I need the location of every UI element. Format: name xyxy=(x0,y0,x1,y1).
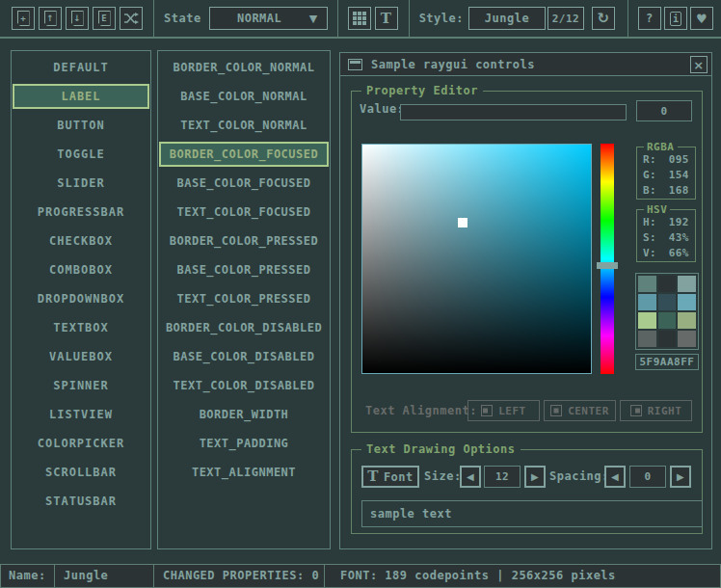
list-item-base_color_normal[interactable]: BASE_COLOR_NORMAL xyxy=(159,84,329,109)
color-swatch[interactable] xyxy=(678,331,696,347)
heart-icon: ♥ xyxy=(696,12,708,26)
statusbar-style-name: Jungle xyxy=(54,564,154,588)
align-left-button[interactable]: LEFT xyxy=(467,400,540,421)
list-item-progressbar[interactable]: PROGRESSBAR xyxy=(13,200,149,225)
align-button-label: CENTER xyxy=(568,405,609,417)
color-swatch[interactable] xyxy=(658,331,677,347)
list-item-statusbar[interactable]: STATUSBAR xyxy=(13,489,149,514)
spacing-decrease-button[interactable]: ◀ xyxy=(604,466,626,488)
font-viewer-button[interactable]: T xyxy=(375,7,398,30)
style-name-button[interactable]: Jungle xyxy=(468,7,546,30)
list-item-base_color_pressed[interactable]: BASE_COLOR_PRESSED xyxy=(159,257,329,282)
list-item-dropdownbox[interactable]: DROPDOWNBOX xyxy=(13,286,149,311)
style-counter: 2/12 xyxy=(547,7,584,30)
state-dropdown[interactable]: NORMAL ▼ xyxy=(209,7,328,30)
spacing-value-box[interactable]: 0 xyxy=(629,466,666,488)
property-editor-group: Property Editor Value: 0 RGBA R:095G:154… xyxy=(351,91,703,433)
value-label: H: xyxy=(643,215,656,230)
new-file-button[interactable]: + xyxy=(12,7,35,30)
color-swatch[interactable] xyxy=(638,312,656,329)
color-swatch[interactable] xyxy=(638,331,656,347)
list-item-listview[interactable]: LISTVIEW xyxy=(13,402,149,427)
saturation-value-panel[interactable] xyxy=(361,144,592,374)
reload-icon: ↻ xyxy=(597,10,609,27)
size-value-box[interactable]: 12 xyxy=(484,466,521,488)
sponsor-button[interactable]: ♥ xyxy=(690,7,713,30)
list-item-textbox[interactable]: TEXTBOX xyxy=(13,315,149,340)
color-swatch[interactable] xyxy=(678,312,696,329)
font-button[interactable]: T Font xyxy=(361,466,419,488)
close-button[interactable]: × xyxy=(690,56,708,73)
rgba-rows: R:095G:154B:168 xyxy=(637,152,695,199)
color-swatch[interactable] xyxy=(638,294,656,310)
sample-text-input[interactable]: sample text xyxy=(361,500,703,527)
toolbar-separator xyxy=(337,0,338,37)
font-button-label: Font xyxy=(384,470,414,484)
chevron-down-icon: ▼ xyxy=(309,13,318,25)
list-item-colorpicker[interactable]: COLORPICKER xyxy=(13,431,149,456)
list-item-text_color_normal[interactable]: TEXT_COLOR_NORMAL xyxy=(159,113,329,138)
spacing-increase-button[interactable]: ▶ xyxy=(670,466,691,488)
hue-slider-handle[interactable] xyxy=(597,262,618,269)
statusbar: Name: Jungle CHANGED PROPERTIES: 0 FONT:… xyxy=(0,564,721,588)
color-swatch[interactable] xyxy=(658,276,677,292)
list-item-toggle[interactable]: TOGGLE xyxy=(13,142,149,167)
list-item-button[interactable]: BUTTON xyxy=(13,113,149,138)
style-name-value: Jungle xyxy=(485,12,529,25)
window-titlebar[interactable]: Sample raygui controls × xyxy=(340,53,711,76)
list-item-scrollbar[interactable]: SCROLLBAR xyxy=(13,460,149,485)
reload-style-button[interactable]: ↻ xyxy=(592,7,615,30)
list-item-base_color_disabled[interactable]: BASE_COLOR_DISABLED xyxy=(159,344,329,369)
color-swatch[interactable] xyxy=(678,294,696,310)
window-title: Sample raygui controls xyxy=(371,58,535,71)
size-increase-button[interactable]: ▶ xyxy=(524,466,546,488)
open-file-button[interactable]: ↑ xyxy=(39,7,62,30)
style-counter-value: 2/12 xyxy=(552,13,580,25)
list-item-border_width[interactable]: BORDER_WIDTH xyxy=(159,402,329,427)
list-item-valuebox[interactable]: VALUEBOX xyxy=(13,344,149,369)
export-file-button[interactable]: E xyxy=(93,7,116,30)
color-cursor[interactable] xyxy=(458,218,467,227)
color-value-row: S:43% xyxy=(637,230,695,246)
list-item-border_color_normal[interactable]: BORDER_COLOR_NORMAL xyxy=(159,55,329,80)
list-item-spinner[interactable]: SPINNER xyxy=(13,373,149,398)
list-item-border_color_focused[interactable]: BORDER_COLOR_FOCUSED xyxy=(159,142,329,167)
list-item-slider[interactable]: SLIDER xyxy=(13,171,149,196)
list-item-text_padding[interactable]: TEXT_PADDING xyxy=(159,431,329,456)
list-item-combobox[interactable]: COMBOBOX xyxy=(13,257,149,282)
color-swatch[interactable] xyxy=(638,276,656,292)
list-item-border_color_disabled[interactable]: BORDER_COLOR_DISABLED xyxy=(159,315,329,340)
hsv-rows: H:192S:43%V:66% xyxy=(637,215,695,261)
list-item-text_color_focused[interactable]: TEXT_COLOR_FOCUSED xyxy=(159,200,329,225)
info-button[interactable]: i xyxy=(664,7,687,30)
value-count-box[interactable]: 0 xyxy=(636,100,692,121)
list-item-default[interactable]: DEFAULT xyxy=(13,55,149,80)
color-swatch[interactable] xyxy=(658,294,677,310)
list-item-border_color_pressed[interactable]: BORDER_COLOR_PRESSED xyxy=(159,228,329,254)
color-swatch[interactable] xyxy=(678,276,696,292)
list-item-text_color_pressed[interactable]: TEXT_COLOR_PRESSED xyxy=(159,286,329,311)
list-item-checkbox[interactable]: CHECKBOX xyxy=(13,228,149,254)
toolbar-separator xyxy=(153,0,154,37)
size-decrease-button[interactable]: ◀ xyxy=(460,466,481,488)
hex-color-value[interactable]: 5F9AA8FF xyxy=(635,354,699,370)
hue-bar[interactable] xyxy=(601,144,614,374)
align-right-icon xyxy=(630,405,642,416)
statusbar-changed-properties: CHANGED PROPERTIES: 0 xyxy=(153,564,325,588)
list-item-text_color_disabled[interactable]: TEXT_COLOR_DISABLED xyxy=(159,373,329,398)
align-center-icon xyxy=(550,405,562,416)
align-right-button[interactable]: RIGHT xyxy=(620,400,692,421)
list-item-text_alignment[interactable]: TEXT_ALIGNMENT xyxy=(159,460,329,485)
state-dropdown-value: NORMAL xyxy=(237,12,299,25)
color-swatch[interactable] xyxy=(658,312,677,329)
save-file-button[interactable]: ↓ xyxy=(66,7,89,30)
align-center-button[interactable]: CENTER xyxy=(544,400,616,421)
value-input[interactable] xyxy=(400,104,627,120)
value-text: 66% xyxy=(669,246,689,261)
list-item-base_color_focused[interactable]: BASE_COLOR_FOCUSED xyxy=(159,171,329,196)
help-button[interactable]: ? xyxy=(638,7,661,30)
style-table-button[interactable] xyxy=(348,7,371,30)
random-style-button[interactable] xyxy=(120,7,143,30)
list-item-label[interactable]: LABEL xyxy=(13,84,149,109)
sample-controls-window: Sample raygui controls × Property Editor… xyxy=(339,52,712,549)
